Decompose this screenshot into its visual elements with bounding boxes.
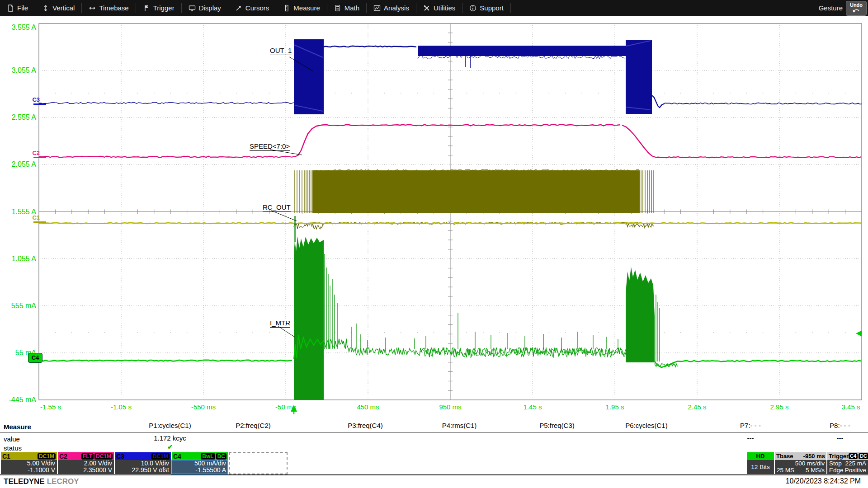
channel-settings: 2.00 V/div2.35000 V (58, 460, 114, 474)
channel-badge-flt: FLT (81, 453, 94, 460)
measure-param-value (512, 434, 602, 443)
trigger-coupling-badge: DC (859, 453, 868, 459)
hd-bits: 12 Bits (751, 464, 769, 470)
measure-param-label: P8:- - - (795, 422, 868, 432)
measure-column-p8[interactable]: P8:- - ---- (795, 422, 868, 451)
trigger-label: Trigger (829, 453, 849, 460)
measure-param-status (795, 443, 868, 451)
measure-param-value (208, 434, 298, 443)
trigger-slope: Positive (845, 467, 866, 474)
channel-name: C2 (59, 453, 67, 460)
channel-badge-dc: DC (216, 453, 226, 460)
x-axis-label: -550 ms (176, 404, 231, 411)
empty-channel-slot[interactable] (229, 452, 288, 474)
x-axis-label: -1.55 s (24, 404, 78, 411)
channel-offset: 2.35000 V (60, 467, 112, 474)
x-axis-label: 450 ms (341, 404, 395, 411)
y-axis-label: 1.055 A (0, 255, 36, 263)
x-axis-label: 1.45 s (505, 404, 560, 411)
y-axis-label: 3.555 A (0, 23, 36, 32)
measure-param-label: P6:cycles(C1) (601, 422, 692, 432)
channel-marker-c4[interactable]: C4 (28, 353, 42, 363)
measure-column-p1[interactable]: P1:cycles(C1)1.172 kcyc✔ (125, 422, 215, 451)
trace-label: SPEED<7:0> (250, 142, 290, 151)
channel-name: C1 (2, 453, 10, 460)
timebase-delay: -950 ms (803, 453, 825, 460)
measure-param-label: P4:rms(C1) (414, 422, 505, 432)
channel-marker-c1[interactable]: C1 (26, 215, 40, 221)
measure-param-status (601, 443, 692, 451)
waveform-grid[interactable] (0, 0, 868, 488)
brand-primary: TELEDYNE (4, 477, 45, 486)
channel-marker-dash (33, 221, 46, 223)
timebase-label: Tbase (776, 453, 793, 460)
y-axis-label: 3.055 A (0, 66, 36, 75)
channel-badges: DC1M (38, 453, 56, 460)
channel-settings: 5.00 V/div-1.1000 V (1, 460, 57, 474)
channel-badge-bwl: BwL (201, 453, 215, 460)
measure-param-value: --- (795, 434, 868, 443)
measure-param-label: P2:freq(C2) (208, 422, 298, 432)
channel-badge-dc1m: DC1M (151, 453, 170, 460)
channel-marker-c2[interactable]: C2 (26, 150, 40, 156)
channel-header: C1DC1M (1, 452, 57, 460)
channel-badges: FLTDC1M (81, 453, 113, 460)
x-axis-label: -1.05 s (94, 404, 148, 411)
measure-column-p4[interactable]: P4:rms(C1) (414, 422, 505, 451)
channel-scale: 500 mA/div (174, 460, 226, 467)
timestamp: 10/20/2023 8:24:32 PM (786, 477, 861, 485)
measure-row-header: Measure (4, 423, 31, 431)
channel-marker-c3[interactable]: C3 (26, 97, 40, 103)
channel-descriptor-c4[interactable]: C4BwLDC500 mA/div-1.55500 A (172, 452, 228, 474)
measure-param-value: --- (705, 434, 796, 443)
timebase-samples: 25 MS (777, 467, 794, 474)
channel-name: C3 (116, 453, 124, 460)
x-axis-label: 950 ms (423, 404, 477, 411)
channel-settings: 10.0 V/div22.950 V ofst (115, 460, 171, 474)
channel-header: C2FLTDC1M (58, 452, 114, 460)
channel-offset: 22.950 V ofst (117, 467, 169, 474)
channel-descriptor-c1[interactable]: C1DC1M5.00 V/div-1.1000 V (1, 452, 57, 474)
hd-mode-box[interactable]: HD 12 Bits (747, 452, 774, 474)
trigger-box[interactable]: Trigger C4 DC Stop 225 mA Edge Positive (827, 452, 868, 474)
trace-label: RC_OUT (263, 203, 291, 212)
measure-column-p6[interactable]: P6:cycles(C1) (601, 422, 692, 451)
x-axis-label: -50 ms (259, 404, 313, 411)
measure-param-status (208, 443, 298, 451)
channel-descriptor-c2[interactable]: C2FLTDC1M2.00 V/div2.35000 V (58, 452, 114, 474)
measure-column-p3[interactable]: P3:freq(C4) (320, 422, 410, 451)
channel-scale: 2.00 V/div (60, 460, 112, 467)
x-axis-label: 2.45 s (670, 404, 724, 411)
x-axis-label: 3.45 s (824, 404, 868, 411)
y-axis-label: -445 mA (0, 396, 36, 404)
channel-badges: BwLDC (201, 453, 226, 460)
channel-descriptor-c3[interactable]: C3DC1M10.0 V/div22.950 V ofst (115, 452, 171, 474)
trace-label: I_MTR (270, 319, 290, 328)
measure-param-label: P5:freq(C3) (512, 422, 602, 432)
trigger-source-badge: C4 (849, 453, 858, 459)
channel-badge-dc1m: DC1M (38, 453, 56, 460)
measure-column-p2[interactable]: P2:freq(C2) (208, 422, 298, 451)
channel-badge-dc1m: DC1M (94, 453, 113, 460)
measure-param-status (512, 443, 602, 451)
measure-column-p5[interactable]: P5:freq(C3) (512, 422, 602, 451)
trigger-mode: Stop (829, 460, 842, 467)
channel-marker-dash (33, 157, 46, 158)
measure-param-label: P1:cycles(C1) (125, 422, 215, 432)
channel-header: C4BwLDC (172, 452, 228, 460)
measure-param-status (705, 443, 796, 451)
trace-label: OUT_1 (270, 47, 292, 55)
channel-offset: -1.1000 V (3, 467, 55, 474)
channel-name: C4 (173, 453, 181, 460)
channel-offset: -1.55500 A (174, 467, 226, 474)
channel-badges: DC1M (151, 453, 170, 460)
hd-label: HD (747, 452, 774, 460)
timebase-box[interactable]: Tbase -950 ms 500 ms/div 25 MS 5 MS/s (775, 452, 826, 474)
measure-param-status (320, 443, 410, 451)
footer-divider (0, 474, 868, 475)
measure-param-value (320, 434, 410, 443)
measure-column-p7[interactable]: P7:- - ---- (705, 422, 796, 451)
channel-marker-dash (33, 103, 46, 105)
x-axis-label: 2.95 s (752, 404, 807, 411)
status-row-header: status (4, 444, 22, 452)
